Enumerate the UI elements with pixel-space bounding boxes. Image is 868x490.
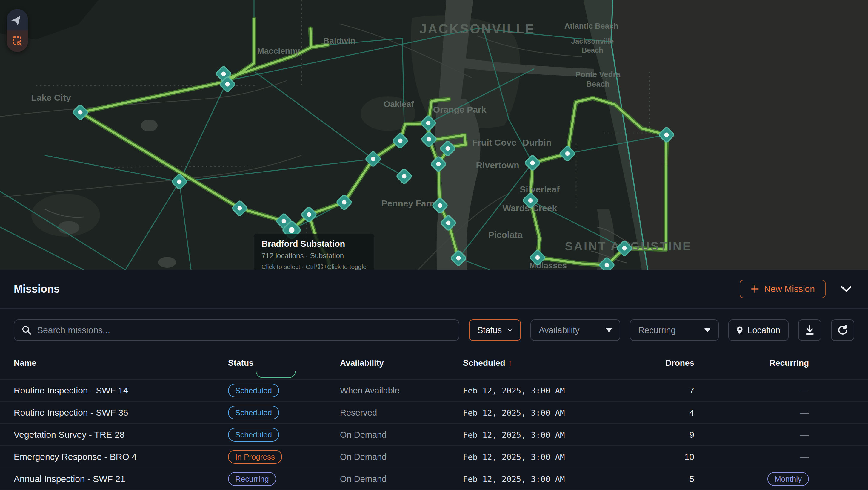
plus-icon [750, 284, 760, 293]
tooltip-title: Bradford Substation [261, 239, 367, 249]
availability-cell: On Demand [340, 430, 463, 440]
search-box[interactable] [14, 319, 459, 341]
page-title: Missions [14, 283, 60, 295]
table-row[interactable]: Emergency Response - BRO 4 In Progress O… [0, 446, 868, 468]
availability-cell: Reserved [340, 408, 463, 418]
recurring-cell: — [694, 407, 809, 418]
label-macclenny: Macclenny [257, 46, 300, 56]
mission-name: Routine Inspection - SWF 14 [14, 385, 228, 396]
drones-cell: 9 [637, 430, 694, 440]
map-tooltip: Bradford Substation 712 locations · Subs… [254, 234, 374, 270]
column-header-drones[interactable]: Drones [637, 358, 694, 368]
label-baldwin: Baldwin [323, 36, 355, 46]
drones-cell: 5 [637, 474, 694, 484]
table-row[interactable]: Routine Inspection - SWF 14 Scheduled Wh… [0, 380, 868, 402]
svg-text:Beach: Beach [582, 46, 603, 54]
recurring-cell: Monthly [694, 472, 809, 486]
mission-name: Annual Inspection - SWF 21 [14, 474, 228, 484]
status-filter-button[interactable]: Status [469, 319, 521, 341]
scheduled-cell: Feb 12, 2025, 3:00 AM [463, 386, 637, 395]
column-header-scheduled[interactable]: Scheduled ↑ [463, 358, 637, 368]
label-oakleaf: Oakleaf [383, 99, 414, 109]
recurring-cell: — [694, 430, 809, 440]
column-header-recurring[interactable]: Recurring [694, 358, 809, 368]
label-fruit-cove: Fruit Cove [472, 138, 516, 147]
label-atlantic-beach: Atlantic Beach [564, 22, 618, 30]
table-row[interactable]: Annual Inspection - SWF 21 Recurring On … [0, 468, 868, 490]
label-silverleaf: Silverleaf [520, 184, 560, 194]
table-header: Name Status Availability Scheduled ↑ Dro… [0, 355, 868, 371]
status-badge: Scheduled [228, 384, 279, 397]
table-body: Routine Inspection - SWF 14 Scheduled Wh… [0, 371, 868, 490]
status-badge-cutoff [256, 371, 296, 378]
availability-filter-select[interactable]: Availability [530, 319, 620, 341]
availability-cell: When Available [340, 386, 463, 396]
map-outside-region [611, 0, 868, 270]
label-picolata: Picolata [488, 230, 522, 240]
refresh-button[interactable] [831, 319, 854, 341]
drones-cell: 10 [637, 452, 694, 462]
chevron-down-icon [508, 328, 513, 333]
label-jacksonville-beach: Jacksonville [571, 37, 614, 45]
collapse-panel-button[interactable] [838, 283, 854, 295]
new-mission-button[interactable]: New Mission [740, 280, 826, 298]
panel-header: Missions New Mission [0, 270, 868, 309]
search-input[interactable] [37, 325, 452, 335]
location-filter-button[interactable]: Location [728, 319, 788, 341]
label-lake-city: Lake City [31, 93, 71, 103]
recurring-filter-select[interactable]: Recurring [630, 319, 719, 341]
filter-bar: Status Availability Recurring Location [0, 309, 868, 341]
navigation-arrow-icon [11, 14, 23, 26]
label-jacksonville: JACKSONVILLE [420, 22, 535, 36]
mission-name: Vegetation Survey - TRE 28 [14, 430, 228, 440]
label-ponte-vedra-beach: Ponte Vedra [576, 70, 621, 79]
map-canvas[interactable]: JACKSONVILLE SAINT AUGUSTINE Atlantic Be… [0, 0, 868, 270]
status-badge: Scheduled [228, 406, 279, 420]
table-row-partial[interactable] [0, 371, 868, 380]
marquee-select-icon [11, 35, 23, 47]
availability-cell: On Demand [340, 474, 463, 484]
pan-tool-button[interactable] [6, 9, 28, 30]
status-badge: Scheduled [228, 428, 279, 441]
scheduled-cell: Feb 12, 2025, 3:00 AM [463, 430, 637, 439]
label-orange-park: Orange Park [433, 105, 487, 114]
sort-ascending-icon: ↑ [508, 358, 513, 368]
status-badge: In Progress [228, 450, 282, 464]
table-row[interactable]: Vegetation Survey - TRE 28 Scheduled On … [0, 424, 868, 446]
app-root: JACKSONVILLE SAINT AUGUSTINE Atlantic Be… [0, 0, 868, 490]
search-icon [22, 325, 32, 335]
recurring-cell: — [694, 452, 809, 462]
label-rivertown: Rivertown [476, 160, 519, 170]
availability-cell: On Demand [340, 452, 463, 462]
chevron-down-icon [841, 286, 852, 292]
status-badge: Recurring [228, 472, 276, 486]
missions-panel: Missions New Mission [0, 270, 868, 490]
mission-name: Routine Inspection - SWF 35 [14, 407, 228, 418]
svg-text:Beach: Beach [586, 80, 610, 88]
export-button[interactable] [798, 319, 822, 341]
recurring-cell: — [694, 385, 809, 396]
refresh-icon [837, 325, 848, 336]
column-header-status[interactable]: Status [228, 358, 340, 368]
drones-cell: 4 [637, 407, 694, 418]
box-select-tool-button[interactable] [6, 30, 28, 52]
column-header-availability[interactable]: Availability [340, 358, 463, 368]
scheduled-cell: Feb 12, 2025, 3:00 AM [463, 408, 637, 417]
location-pin-icon [737, 325, 743, 335]
label-durbin: Durbin [523, 138, 552, 147]
column-header-name[interactable]: Name [14, 358, 228, 368]
tooltip-subtitle: 712 locations · Substation [261, 252, 367, 260]
tooltip-hint: Click to select · Ctrl/⌘+Click to toggle [261, 263, 367, 270]
download-icon [805, 325, 815, 335]
table-row[interactable]: Routine Inspection - SWF 35 Scheduled Re… [0, 402, 868, 424]
mission-name: Emergency Response - BRO 4 [14, 452, 228, 462]
caret-down-icon [705, 328, 710, 332]
caret-down-icon [606, 328, 612, 332]
drones-cell: 7 [637, 385, 694, 396]
scheduled-cell: Feb 12, 2025, 3:00 AM [463, 452, 637, 462]
map-controls [6, 9, 28, 52]
scheduled-cell: Feb 12, 2025, 3:00 AM [463, 474, 637, 484]
